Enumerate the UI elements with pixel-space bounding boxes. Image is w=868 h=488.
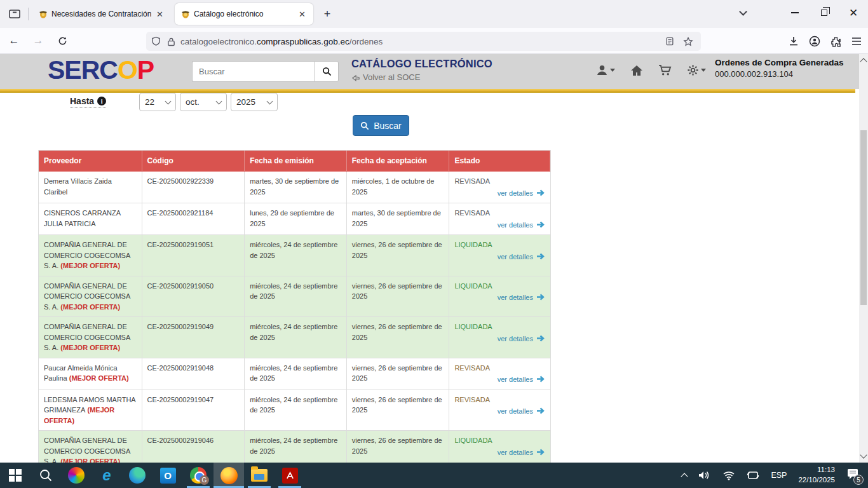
search-icon [360,121,369,130]
column-header-codigo: Código [142,151,245,171]
firefox-button[interactable] [214,463,244,488]
new-tab-button[interactable]: + [318,5,336,23]
tab-list-button[interactable] [728,0,757,25]
ver-detalles-link[interactable]: ver detalles [498,449,533,456]
scroll-down-icon[interactable] [860,451,867,458]
tab-close-icon[interactable]: ✕ [297,10,307,19]
cell-proveedor: Demera Villacis Zaida Claribel [39,172,142,203]
internet-explorer-button[interactable]: e [92,463,122,488]
ver-detalles-link[interactable]: ver detalles [498,376,533,383]
chevron-down-icon [610,69,615,72]
cell-proveedor: Paucar Almeida Mónica Paulina (MEJOR OFE… [39,358,142,390]
status-badge: LIQUIDADA [454,322,545,332]
cell-proveedor: COMPAÑIA GENERAL DE COMERCIO COGECOMSA S… [39,431,142,463]
acrobat-button[interactable] [275,463,305,488]
mejor-oferta-label: (MEJOR OFERTA) [58,458,120,463]
shield-permissions-icon[interactable] [151,36,161,46]
buscar-button[interactable]: Buscar [353,115,409,136]
windows-taskbar: e O G ESP 11:13 22/10/2025 5 [0,463,868,488]
cell-codigo: CE-20250002921184 [142,203,245,234]
lock-icon[interactable] [167,37,175,46]
reader-mode-icon[interactable] [665,37,674,46]
user-icon [596,64,608,76]
cart-icon [658,64,672,76]
column-header-aceptacion: Fecha de aceptación [347,151,450,171]
home-button[interactable] [630,65,643,76]
remote-session-icon[interactable] [747,470,759,480]
volume-icon[interactable] [698,470,711,480]
ver-detalles-link[interactable]: ver detalles [498,253,533,261]
table-row: Demera Villacis Zaida ClaribelCE-2025000… [39,172,550,203]
start-button[interactable] [0,463,31,488]
site-search-input[interactable] [192,61,315,82]
close-button[interactable]: ✕ [839,0,868,25]
forward-button[interactable]: → [28,31,48,50]
vertical-scrollbar[interactable] [859,54,868,463]
ver-detalles-link[interactable]: ver detalles [498,294,533,301]
table-row: CISNEROS CARRANZA JULIA PATRICIACE-20250… [39,203,550,235]
clock[interactable]: 11:13 22/10/2025 [798,465,835,485]
firefox-view-icon [9,9,20,19]
year-select[interactable]: 2025 [231,93,278,111]
language-indicator[interactable]: ESP [771,471,787,480]
downloads-icon[interactable] [789,36,799,46]
wifi-icon[interactable] [722,471,735,480]
copilot-button[interactable] [61,463,92,488]
arrow-right-icon [536,221,545,228]
arrow-right-icon [536,449,545,456]
volver-al-soce-link[interactable]: Volver al SOCE [351,72,492,82]
cell-fecha-aceptacion: viernes, 26 de septiembre de 2025 [347,358,450,390]
table-row: COMPAÑIA GENERAL DE COMERCIO COGECOMSA S… [39,276,550,318]
taskbar-search-button[interactable] [31,463,61,488]
tray-expand-icon[interactable] [681,473,688,480]
site-search-button[interactable] [315,61,339,82]
month-select[interactable]: oct. [180,93,227,111]
ver-detalles-link[interactable]: ver detalles [498,221,533,229]
chevron-down-icon [267,98,273,104]
notification-count-badge: 5 [853,475,864,485]
chrome-button[interactable]: G [183,463,214,488]
outlook-button[interactable]: O [153,463,183,488]
tab-close-icon[interactable]: ✕ [155,10,165,19]
mejor-oferta-label: (MEJOR OFERTA) [67,374,129,382]
edge-icon [129,467,146,484]
extensions-puzzle-icon[interactable] [831,36,841,47]
tab-catalogo[interactable]: Catálogo electrónico ✕ [175,3,313,25]
scrollbar-thumb[interactable] [860,130,867,305]
day-select[interactable]: 22 [139,93,176,111]
notification-center-button[interactable]: 5 [846,468,859,482]
ver-detalles-link[interactable]: ver detalles [498,407,533,415]
reload-button[interactable] [52,31,72,50]
browser-tab-bar: Necesidades de Contratación y ✕ Catálogo… [0,0,868,28]
minimize-icon [791,12,799,13]
cell-proveedor: COMPAÑIA GENERAL DE COMERCIO COGECOMSA S… [39,276,142,317]
column-header-emision: Fecha de emisión [245,151,347,171]
scroll-up-icon[interactable] [860,58,867,65]
mejor-oferta-label: (MEJOR OFERTA) [58,344,120,351]
ver-detalles-link[interactable]: ver detalles [498,335,533,342]
info-icon[interactable]: i [97,97,106,105]
tab-necesidades[interactable]: Necesidades de Contratación y ✕ [32,3,171,25]
chevron-down-icon [739,8,747,16]
cell-fecha-emision: miércoles, 24 de septiembre de 2025 [245,317,347,358]
cell-fecha-emision: miércoles, 24 de septiembre de 2025 [245,358,347,390]
user-menu-button[interactable] [596,64,615,76]
menu-hamburger-icon[interactable] [851,37,862,46]
cell-estado: LIQUIDADAver detalles [449,276,550,317]
settings-menu-button[interactable] [687,64,706,76]
url-bar[interactable]: catalogoelectronico.compraspublicas.gob.… [146,32,701,51]
bookmark-star-icon[interactable] [683,37,693,46]
cell-fecha-aceptacion: viernes, 26 de septiembre de 2025 [347,276,450,317]
cell-proveedor: COMPAÑIA GENERAL DE COMERCIO COGECOMSA S… [39,235,142,276]
internet-explorer-icon: e [102,468,111,483]
back-button[interactable]: ← [4,31,24,50]
minimize-button[interactable] [780,0,810,25]
restore-button[interactable] [810,0,839,25]
file-explorer-button[interactable] [244,463,275,488]
ver-detalles-link[interactable]: ver detalles [498,189,533,197]
firefox-view-button[interactable] [5,5,24,23]
orders-generated-number: 000.000.002.913.104 [715,69,851,79]
cart-button[interactable] [658,64,672,76]
edge-button[interactable] [122,463,153,488]
account-icon[interactable] [809,36,820,47]
